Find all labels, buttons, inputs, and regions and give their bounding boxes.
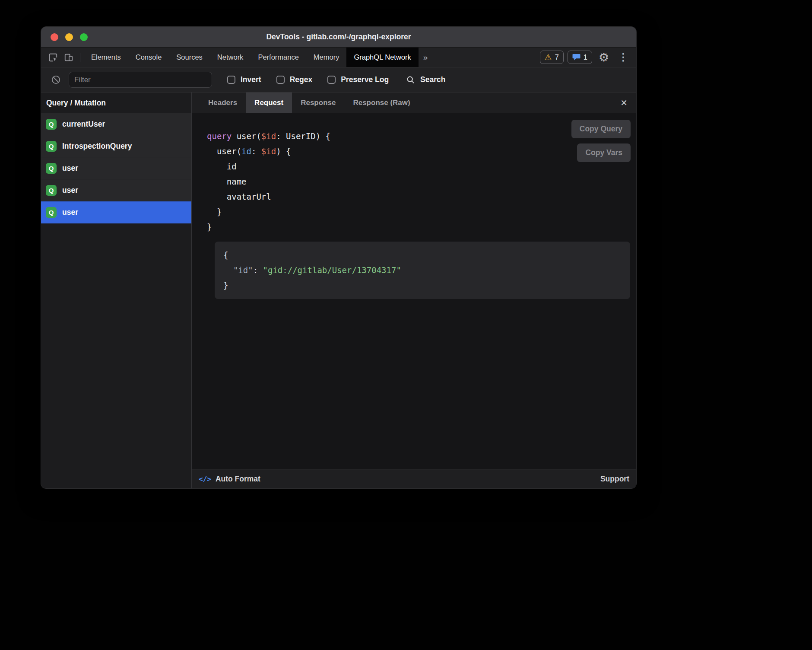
- close-panel-icon[interactable]: ✕: [612, 98, 636, 108]
- window-title: DevTools - gitlab.com/-/graphql-explorer: [266, 32, 411, 41]
- query-variables-box: { "id": "gid://gitlab/User/13704317"}: [215, 242, 630, 299]
- device-toolbar-icon[interactable]: [61, 48, 76, 67]
- code-line: {: [223, 248, 622, 263]
- query-name: user: [62, 164, 78, 173]
- devtools-tab-elements[interactable]: Elements: [84, 48, 128, 67]
- search-toggle[interactable]: Search: [406, 75, 445, 84]
- invert-label: Invert: [241, 75, 261, 84]
- regex-label: Regex: [290, 75, 313, 84]
- checkbox-invert[interactable]: Invert: [227, 75, 261, 84]
- devtools-tab-console[interactable]: Console: [128, 48, 169, 67]
- code-line: name: [207, 174, 636, 189]
- auto-format-button[interactable]: </> Auto Format: [199, 475, 260, 484]
- request-detail-panel: HeadersRequestResponseResponse (Raw) ✕ C…: [192, 92, 636, 488]
- code-line: }: [207, 204, 636, 220]
- query-code-area: query user($id: UserID) { user(id: $id) …: [192, 113, 636, 299]
- devtools-tab-graphql-network[interactable]: GraphQL Network: [346, 48, 418, 67]
- copy-vars-button[interactable]: Copy Vars: [577, 143, 631, 162]
- issues-badge[interactable]: 1: [568, 51, 592, 64]
- copy-buttons: Copy Query Copy Vars: [571, 120, 631, 162]
- toolbar-divider: [80, 53, 80, 62]
- warnings-badge[interactable]: ⚠ 7: [540, 51, 564, 64]
- titlebar: DevTools - gitlab.com/-/graphql-explorer: [41, 27, 636, 48]
- preserve-log-label: Preserve Log: [341, 75, 389, 84]
- speech-bubble-icon: [572, 54, 580, 61]
- code-brackets-icon: </>: [199, 475, 211, 483]
- query-list-item[interactable]: QcurrentUser: [41, 113, 191, 135]
- more-options-icon[interactable]: ⋮: [615, 51, 631, 63]
- devtools-tabbar: ElementsConsoleSourcesNetworkPerformance…: [41, 48, 636, 67]
- detail-tabs: HeadersRequestResponseResponse (Raw): [200, 92, 419, 113]
- checkbox-preserve-log[interactable]: Preserve Log: [327, 75, 389, 84]
- preserve-log-checkbox-box[interactable]: [327, 76, 336, 84]
- filter-input[interactable]: [69, 72, 212, 88]
- detail-footer: </> Auto Format Support: [192, 469, 636, 488]
- query-type-badge: Q: [46, 163, 57, 174]
- query-list-item[interactable]: Quser: [41, 157, 191, 179]
- desktop-background: DevTools - gitlab.com/-/graphql-explorer…: [0, 0, 812, 650]
- request-content: Copy Query Copy Vars query user($id: Use…: [192, 113, 636, 469]
- query-type-badge: Q: [46, 207, 57, 218]
- code-line: "id": "gid://gitlab/User/13704317": [223, 263, 622, 278]
- query-sidebar: Query / Mutation QcurrentUserQIntrospect…: [41, 92, 192, 488]
- devtools-tab-memory[interactable]: Memory: [306, 48, 347, 67]
- sidebar-header: Query / Mutation: [41, 92, 191, 113]
- more-tabs-chevron-icon[interactable]: »: [419, 48, 433, 67]
- query-list-item[interactable]: Quser: [41, 179, 191, 201]
- inspect-element-icon[interactable]: [45, 48, 61, 67]
- regex-checkbox-box[interactable]: [276, 76, 285, 84]
- detail-tab-request[interactable]: Request: [246, 92, 292, 113]
- graphql-variables-code: { "id": "gid://gitlab/User/13704317"}: [223, 248, 622, 293]
- code-line: }: [207, 220, 636, 235]
- devtools-tab-sources[interactable]: Sources: [169, 48, 210, 67]
- detail-tab-response[interactable]: Response: [292, 92, 344, 113]
- traffic-lights: [51, 33, 88, 41]
- search-label: Search: [420, 75, 445, 84]
- main-split: Query / Mutation QcurrentUserQIntrospect…: [41, 92, 636, 488]
- query-list-item[interactable]: QIntrospectionQuery: [41, 135, 191, 157]
- auto-format-label: Auto Format: [216, 475, 260, 484]
- query-type-badge: Q: [46, 119, 57, 130]
- devtools-tabs: ElementsConsoleSourcesNetworkPerformance…: [84, 48, 419, 67]
- query-list-item[interactable]: Quser: [41, 201, 191, 223]
- minimize-window-button[interactable]: [65, 33, 73, 41]
- query-type-badge: Q: [46, 185, 57, 196]
- detail-tabbar: HeadersRequestResponseResponse (Raw) ✕: [192, 92, 636, 113]
- detail-tab-headers[interactable]: Headers: [200, 92, 246, 113]
- network-filter-toolbar: InvertRegexPreserve Log Search: [41, 67, 636, 92]
- close-window-button[interactable]: [51, 33, 58, 41]
- warning-icon: ⚠: [545, 53, 552, 61]
- devtools-tab-network[interactable]: Network: [210, 48, 251, 67]
- issues-count: 1: [584, 53, 587, 61]
- query-type-badge: Q: [46, 141, 57, 152]
- settings-gear-icon[interactable]: ⚙: [596, 51, 612, 64]
- devtools-window: DevTools - gitlab.com/-/graphql-explorer…: [41, 27, 636, 488]
- warning-count: 7: [555, 53, 559, 61]
- invert-checkbox-box[interactable]: [227, 76, 235, 84]
- zoom-window-button[interactable]: [80, 33, 88, 41]
- copy-query-button[interactable]: Copy Query: [571, 120, 631, 138]
- query-name: user: [62, 186, 78, 195]
- tabbar-right-group: ⚠ 7 1 ⚙ ⋮: [540, 48, 636, 67]
- checkbox-regex[interactable]: Regex: [276, 75, 313, 84]
- query-name: IntrospectionQuery: [62, 142, 132, 151]
- devtools-tab-performance[interactable]: Performance: [251, 48, 306, 67]
- code-line: avatarUrl: [207, 189, 636, 204]
- detail-tab-response-raw[interactable]: Response (Raw): [344, 92, 419, 113]
- query-name: currentUser: [62, 120, 105, 129]
- filter-checkboxes: InvertRegexPreserve Log: [212, 75, 389, 84]
- clear-requests-icon[interactable]: [48, 75, 63, 85]
- search-icon: [406, 75, 415, 84]
- code-line: }: [223, 278, 622, 293]
- query-list: QcurrentUserQIntrospectionQueryQuserQuse…: [41, 113, 191, 223]
- support-link[interactable]: Support: [600, 475, 629, 484]
- query-name: user: [62, 208, 78, 217]
